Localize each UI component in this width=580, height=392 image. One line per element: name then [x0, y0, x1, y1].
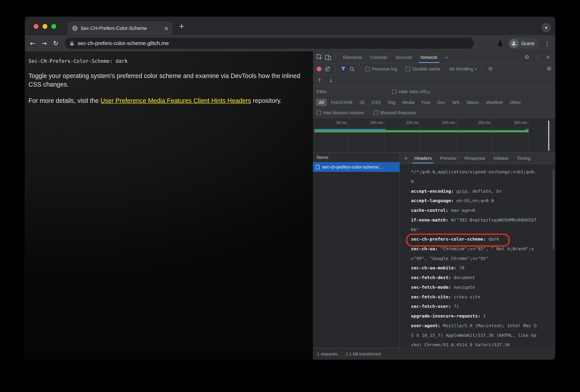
header-value: dark: [489, 237, 499, 242]
reload-button[interactable]: ↻: [53, 40, 58, 47]
filter-row: Hide data URLs: [313, 86, 555, 97]
devtools-tab-sources[interactable]: Sources: [391, 51, 417, 63]
overview-scrollbar-thumb[interactable]: [548, 120, 549, 151]
preserve-log-group: Preserve log: [365, 66, 397, 72]
details-suffix: repository.: [251, 97, 282, 104]
devtools-menu-kebab-icon[interactable]: ⋮: [535, 55, 540, 60]
devtools-tab-elements[interactable]: Elements: [339, 51, 366, 63]
throttling-select[interactable]: No throttling ▾: [449, 66, 477, 72]
filter-chip-other[interactable]: Other: [507, 99, 524, 106]
request-header-line: sec-fetch-user: ?1: [411, 302, 539, 311]
devtools-close-icon[interactable]: ×: [546, 54, 550, 60]
hide-data-urls-checkbox[interactable]: [392, 90, 396, 94]
detail-tab-response[interactable]: Response: [460, 153, 489, 164]
header-value: */*;q=0.8,application/signed-exchange;v=…: [411, 169, 537, 184]
close-window-button[interactable]: [34, 24, 38, 29]
details-scrollbar-thumb[interactable]: [553, 170, 555, 249]
preserve-log-checkbox[interactable]: [365, 67, 370, 71]
requests-count: 1 requests: [317, 351, 338, 357]
header-name: cache-control:: [411, 208, 451, 213]
header-value: ?1: [454, 304, 459, 309]
has-blocked-cookies-checkbox[interactable]: [317, 110, 321, 115]
filter-chip-doc[interactable]: Doc: [435, 99, 448, 106]
timeline-ruler-border: [313, 128, 555, 128]
back-button[interactable]: ←: [30, 40, 35, 47]
hide-data-urls-label: Hide data URLs: [399, 89, 430, 94]
browser-menu-icon[interactable]: ⋮: [544, 40, 550, 47]
name-column-header[interactable]: Name: [313, 153, 400, 162]
tab-title: Sec-CH-Prefers-Color-Scheme: [81, 25, 161, 31]
device-toolbar-icon[interactable]: [325, 54, 331, 60]
header-name: user-agent:: [411, 323, 443, 328]
has-blocked-cookies-group: Has blocked cookies: [317, 110, 364, 115]
detail-tab-headers[interactable]: Headers: [410, 153, 436, 164]
filter-chip-manifest[interactable]: Manifest: [483, 99, 506, 106]
request-header-line: accept-encoding: gzip, deflate, br: [411, 186, 539, 196]
filter-chip-ws[interactable]: WS: [449, 99, 462, 106]
filter-chip-media[interactable]: Media: [400, 99, 418, 106]
experiments-flask-icon[interactable]: [498, 40, 503, 46]
profile-label: Guest: [521, 40, 535, 46]
export-har-icon[interactable]: ↓: [329, 78, 333, 83]
timeline-tick-label: 100 ms: [363, 120, 383, 125]
import-har-icon[interactable]: ↑: [317, 78, 322, 83]
header-value: navigate: [454, 285, 475, 290]
avatar: [509, 39, 519, 48]
zoom-window-button[interactable]: [51, 24, 56, 29]
network-controls-toolbar: Preserve log Disable cache No throttling…: [313, 63, 555, 75]
devtools-tab-network[interactable]: Network: [417, 51, 441, 63]
header-name: sec-ch-ua-mobile:: [411, 265, 459, 271]
request-list-pane: Name sec-ch-prefers-color-scheme...: [313, 153, 400, 348]
filter-chip-css[interactable]: CSS: [369, 99, 384, 106]
detail-tab-initiator[interactable]: Initiator: [489, 153, 513, 164]
devtools-tab-bar: ElementsConsoleSourcesNetwork: [339, 51, 441, 63]
waterfall-bar-blue-tail: [526, 129, 529, 130]
filter-chip-font[interactable]: Font: [419, 99, 433, 106]
close-details-icon[interactable]: ×: [401, 155, 410, 161]
filter-chip-fetch-xhr[interactable]: Fetch/XHR: [328, 99, 356, 106]
devtools-tab-console[interactable]: Console: [366, 51, 391, 63]
minimize-window-button[interactable]: [42, 24, 47, 29]
header-name: upgrade-insecure-requests:: [411, 313, 483, 319]
detail-tab-preview[interactable]: Preview: [436, 153, 460, 164]
forward-button[interactable]: →: [42, 40, 47, 47]
record-network-log-button[interactable]: [317, 67, 321, 71]
devtools-panel: ElementsConsoleSourcesNetwork » ⚙ ⋮ ×: [313, 51, 555, 360]
network-conditions-icon[interactable]: [487, 67, 493, 71]
header-name: sec-fetch-site:: [411, 294, 453, 299]
network-settings-gear-icon[interactable]: ⚙: [547, 66, 552, 72]
blocked-requests-group: Blocked Requests: [374, 110, 416, 115]
request-row-selected[interactable]: sec-ch-prefers-color-scheme...: [313, 162, 400, 172]
inspect-element-icon[interactable]: [316, 54, 322, 60]
browser-tab[interactable]: Sec-CH-Prefers-Color-Scheme ×: [68, 21, 172, 35]
disable-cache-checkbox[interactable]: [406, 67, 410, 71]
tab-search-button[interactable]: ▾: [542, 23, 551, 32]
disable-cache-group: Disable cache: [406, 66, 440, 72]
more-panels-icon[interactable]: »: [444, 54, 450, 60]
detail-tab-timing[interactable]: Timing: [513, 153, 535, 164]
timeline-tick-label: 300 ms: [507, 120, 527, 125]
network-timeline-overview[interactable]: 50 ms100 ms150 ms200 ms250 ms300 ms: [313, 118, 555, 153]
filter-chip-img[interactable]: Img: [385, 99, 398, 106]
throttling-value: No throttling: [449, 66, 473, 72]
lock-icon[interactable]: [70, 41, 74, 46]
timeline-tick-label: 250 ms: [471, 120, 491, 125]
tab-close-icon[interactable]: ×: [164, 25, 169, 32]
address-bar[interactable]: sec-ch-prefers-color-scheme.glitch.me: [65, 38, 474, 49]
profile-chip[interactable]: Guest: [508, 38, 539, 49]
new-tab-button[interactable]: +: [178, 21, 185, 30]
filter-chip-all[interactable]: All: [316, 99, 327, 106]
filter-input[interactable]: [317, 89, 382, 94]
blocked-requests-checkbox[interactable]: [374, 110, 378, 115]
client-hints-repo-link[interactable]: User Preference Media Features Client Hi…: [101, 97, 251, 104]
clear-network-log-button[interactable]: [325, 67, 330, 71]
request-name: sec-ch-prefers-color-scheme...: [322, 165, 382, 170]
toolbar-separator: [335, 66, 335, 72]
devtools-settings-gear-icon[interactable]: ⚙: [525, 54, 530, 60]
filter-funnel-icon[interactable]: [341, 67, 346, 71]
search-icon[interactable]: [350, 66, 355, 72]
har-toolbar: ↑ ↓: [313, 75, 555, 86]
filter-chip-wasm[interactable]: Wasm: [463, 99, 482, 106]
filter-chip-js[interactable]: JS: [357, 99, 368, 106]
status-separator: [341, 351, 342, 357]
